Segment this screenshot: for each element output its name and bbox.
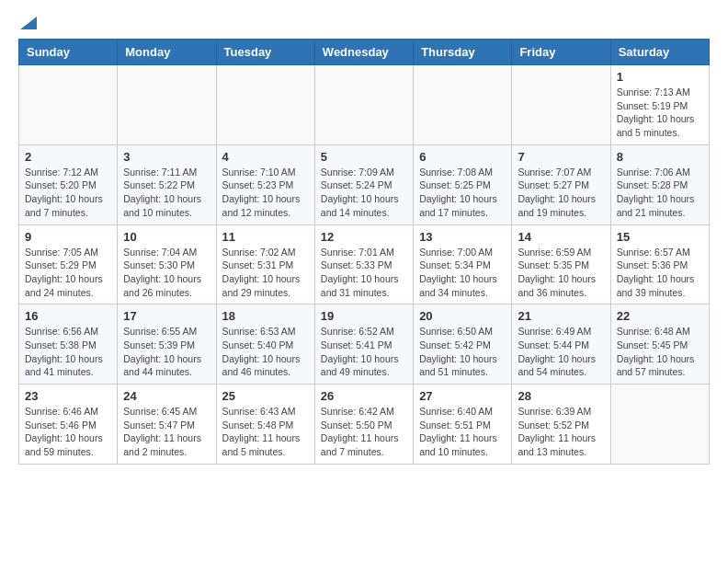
calendar-header-thursday: Thursday bbox=[414, 40, 512, 65]
day-info: Sunrise: 6:43 AM Sunset: 5:48 PM Dayligh… bbox=[222, 405, 309, 459]
calendar-cell: 23Sunrise: 6:46 AM Sunset: 5:46 PM Dayli… bbox=[19, 385, 118, 465]
day-number: 10 bbox=[123, 230, 210, 244]
calendar-week-4: 16Sunrise: 6:56 AM Sunset: 5:38 PM Dayli… bbox=[19, 304, 710, 385]
calendar-header-row: SundayMondayTuesdayWednesdayThursdayFrid… bbox=[19, 40, 710, 65]
calendar-header-sunday: Sunday bbox=[19, 40, 118, 65]
calendar-header-saturday: Saturday bbox=[610, 40, 709, 65]
calendar-cell: 28Sunrise: 6:39 AM Sunset: 5:52 PM Dayli… bbox=[512, 385, 610, 465]
day-info: Sunrise: 6:56 AM Sunset: 5:38 PM Dayligh… bbox=[25, 325, 111, 379]
day-info: Sunrise: 6:55 AM Sunset: 5:39 PM Dayligh… bbox=[123, 325, 210, 379]
day-number: 7 bbox=[518, 150, 604, 164]
calendar-header-friday: Friday bbox=[512, 40, 610, 65]
day-number: 2 bbox=[25, 150, 111, 164]
day-info: Sunrise: 6:52 AM Sunset: 5:41 PM Dayligh… bbox=[321, 325, 407, 379]
day-info: Sunrise: 7:07 AM Sunset: 5:27 PM Dayligh… bbox=[518, 166, 604, 220]
calendar-table: SundayMondayTuesdayWednesdayThursdayFrid… bbox=[18, 39, 710, 465]
day-info: Sunrise: 7:05 AM Sunset: 5:29 PM Dayligh… bbox=[25, 246, 111, 300]
svg-marker-0 bbox=[20, 17, 37, 29]
day-number: 18 bbox=[222, 309, 309, 323]
calendar-cell: 6Sunrise: 7:08 AM Sunset: 5:25 PM Daylig… bbox=[414, 144, 512, 224]
day-number: 3 bbox=[123, 150, 210, 164]
day-number: 22 bbox=[617, 309, 703, 323]
day-number: 4 bbox=[222, 150, 309, 164]
calendar-cell bbox=[19, 65, 118, 145]
day-number: 19 bbox=[321, 309, 407, 323]
calendar-cell: 2Sunrise: 7:12 AM Sunset: 5:20 PM Daylig… bbox=[19, 144, 118, 224]
day-info: Sunrise: 7:09 AM Sunset: 5:24 PM Dayligh… bbox=[321, 166, 407, 220]
calendar-cell: 5Sunrise: 7:09 AM Sunset: 5:24 PM Daylig… bbox=[314, 144, 413, 224]
calendar-week-3: 9Sunrise: 7:05 AM Sunset: 5:29 PM Daylig… bbox=[19, 224, 710, 304]
day-info: Sunrise: 7:11 AM Sunset: 5:22 PM Dayligh… bbox=[123, 166, 210, 220]
day-info: Sunrise: 6:48 AM Sunset: 5:45 PM Dayligh… bbox=[617, 325, 703, 379]
calendar-cell: 11Sunrise: 7:02 AM Sunset: 5:31 PM Dayli… bbox=[216, 224, 314, 304]
calendar-cell: 19Sunrise: 6:52 AM Sunset: 5:41 PM Dayli… bbox=[314, 304, 413, 385]
day-number: 1 bbox=[617, 70, 703, 84]
day-info: Sunrise: 7:01 AM Sunset: 5:33 PM Dayligh… bbox=[321, 246, 407, 300]
day-info: Sunrise: 7:04 AM Sunset: 5:30 PM Dayligh… bbox=[123, 246, 210, 300]
day-info: Sunrise: 7:00 AM Sunset: 5:34 PM Dayligh… bbox=[419, 246, 506, 300]
calendar-cell: 3Sunrise: 7:11 AM Sunset: 5:22 PM Daylig… bbox=[118, 144, 216, 224]
calendar-cell: 14Sunrise: 6:59 AM Sunset: 5:35 PM Dayli… bbox=[512, 224, 610, 304]
calendar-cell: 22Sunrise: 6:48 AM Sunset: 5:45 PM Dayli… bbox=[610, 304, 709, 385]
calendar-cell: 18Sunrise: 6:53 AM Sunset: 5:40 PM Dayli… bbox=[216, 304, 314, 385]
calendar-cell: 15Sunrise: 6:57 AM Sunset: 5:36 PM Dayli… bbox=[610, 224, 709, 304]
day-info: Sunrise: 7:13 AM Sunset: 5:19 PM Dayligh… bbox=[617, 86, 703, 140]
calendar-cell bbox=[216, 65, 314, 145]
calendar-cell bbox=[314, 65, 413, 145]
day-info: Sunrise: 7:12 AM Sunset: 5:20 PM Dayligh… bbox=[25, 166, 111, 220]
calendar-cell: 24Sunrise: 6:45 AM Sunset: 5:47 PM Dayli… bbox=[118, 385, 216, 465]
calendar-cell: 9Sunrise: 7:05 AM Sunset: 5:29 PM Daylig… bbox=[19, 224, 118, 304]
calendar-cell: 12Sunrise: 7:01 AM Sunset: 5:33 PM Dayli… bbox=[314, 224, 413, 304]
calendar-cell: 25Sunrise: 6:43 AM Sunset: 5:48 PM Dayli… bbox=[216, 385, 314, 465]
day-info: Sunrise: 6:39 AM Sunset: 5:52 PM Dayligh… bbox=[518, 405, 604, 459]
calendar-header-monday: Monday bbox=[118, 40, 216, 65]
day-number: 12 bbox=[321, 230, 407, 244]
calendar-week-5: 23Sunrise: 6:46 AM Sunset: 5:46 PM Dayli… bbox=[19, 385, 710, 465]
calendar-cell bbox=[610, 385, 709, 465]
day-info: Sunrise: 6:53 AM Sunset: 5:40 PM Dayligh… bbox=[222, 325, 309, 379]
calendar-cell bbox=[512, 65, 610, 145]
logo bbox=[18, 18, 37, 29]
calendar-cell: 13Sunrise: 7:00 AM Sunset: 5:34 PM Dayli… bbox=[414, 224, 512, 304]
day-number: 14 bbox=[518, 230, 604, 244]
calendar-cell: 7Sunrise: 7:07 AM Sunset: 5:27 PM Daylig… bbox=[512, 144, 610, 224]
day-info: Sunrise: 7:06 AM Sunset: 5:28 PM Dayligh… bbox=[617, 166, 703, 220]
day-number: 20 bbox=[419, 309, 506, 323]
calendar-header-wednesday: Wednesday bbox=[314, 40, 413, 65]
calendar-cell: 21Sunrise: 6:49 AM Sunset: 5:44 PM Dayli… bbox=[512, 304, 610, 385]
calendar-cell: 27Sunrise: 6:40 AM Sunset: 5:51 PM Dayli… bbox=[414, 385, 512, 465]
calendar-cell: 17Sunrise: 6:55 AM Sunset: 5:39 PM Dayli… bbox=[118, 304, 216, 385]
calendar-cell bbox=[118, 65, 216, 145]
day-info: Sunrise: 7:08 AM Sunset: 5:25 PM Dayligh… bbox=[419, 166, 506, 220]
day-info: Sunrise: 6:40 AM Sunset: 5:51 PM Dayligh… bbox=[419, 405, 506, 459]
day-number: 23 bbox=[25, 389, 111, 403]
calendar-cell bbox=[414, 65, 512, 145]
day-info: Sunrise: 6:59 AM Sunset: 5:35 PM Dayligh… bbox=[518, 246, 604, 300]
day-number: 5 bbox=[321, 150, 407, 164]
day-info: Sunrise: 6:49 AM Sunset: 5:44 PM Dayligh… bbox=[518, 325, 604, 379]
calendar-cell: 16Sunrise: 6:56 AM Sunset: 5:38 PM Dayli… bbox=[19, 304, 118, 385]
day-info: Sunrise: 6:45 AM Sunset: 5:47 PM Dayligh… bbox=[123, 405, 210, 459]
day-number: 21 bbox=[518, 309, 604, 323]
day-info: Sunrise: 7:10 AM Sunset: 5:23 PM Dayligh… bbox=[222, 166, 309, 220]
day-number: 15 bbox=[617, 230, 703, 244]
calendar-cell: 1Sunrise: 7:13 AM Sunset: 5:19 PM Daylig… bbox=[610, 65, 709, 145]
page-header bbox=[18, 18, 710, 29]
day-number: 13 bbox=[419, 230, 506, 244]
calendar-cell: 10Sunrise: 7:04 AM Sunset: 5:30 PM Dayli… bbox=[118, 224, 216, 304]
calendar-cell: 26Sunrise: 6:42 AM Sunset: 5:50 PM Dayli… bbox=[314, 385, 413, 465]
day-number: 24 bbox=[123, 389, 210, 403]
day-number: 27 bbox=[419, 389, 506, 403]
day-number: 6 bbox=[419, 150, 506, 164]
day-number: 26 bbox=[321, 389, 407, 403]
calendar-week-2: 2Sunrise: 7:12 AM Sunset: 5:20 PM Daylig… bbox=[19, 144, 710, 224]
day-number: 8 bbox=[617, 150, 703, 164]
day-number: 9 bbox=[25, 230, 111, 244]
day-number: 17 bbox=[123, 309, 210, 323]
calendar-header-tuesday: Tuesday bbox=[216, 40, 314, 65]
day-info: Sunrise: 6:46 AM Sunset: 5:46 PM Dayligh… bbox=[25, 405, 111, 459]
calendar-week-1: 1Sunrise: 7:13 AM Sunset: 5:19 PM Daylig… bbox=[19, 65, 710, 145]
day-number: 11 bbox=[222, 230, 309, 244]
day-number: 28 bbox=[518, 389, 604, 403]
logo-icon bbox=[20, 13, 37, 29]
